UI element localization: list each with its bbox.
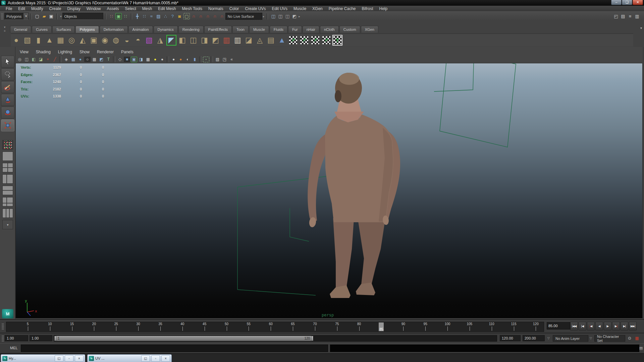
live-surface-field[interactable]: No Live Surface <box>225 13 262 20</box>
select-camera-icon[interactable]: ◎ <box>16 57 23 62</box>
shelf-tab-curves[interactable]: Curves <box>32 26 52 33</box>
poly-pipe-icon[interactable]: ▣ <box>89 35 99 46</box>
default-material-icon[interactable]: ● <box>170 57 177 62</box>
snap-points-icon[interactable]: ∷ <box>141 13 148 19</box>
uv-automatic-mapping-icon[interactable]: ↗ <box>299 35 309 46</box>
current-time-field[interactable] <box>547 322 570 329</box>
shelf-tab-fluids[interactable]: Fluids <box>270 26 287 33</box>
statusline-grip[interactable] <box>1 13 3 20</box>
select-tool[interactable] <box>1 56 14 68</box>
timeslider-grip[interactable] <box>2 323 4 330</box>
help-icon[interactable]: ? <box>169 13 176 19</box>
booleans-icon[interactable]: ◓ <box>133 35 143 46</box>
select-components-icon[interactable]: ∷ <box>122 13 129 19</box>
shelf-tab-dynamics[interactable]: Dynamics <box>154 26 178 33</box>
new-scene-icon[interactable]: ▢ <box>34 13 40 19</box>
panel-menu-renderer[interactable]: Renderer <box>94 50 118 54</box>
go-to-end-button[interactable]: ▶▶| <box>629 322 637 330</box>
textured-lights-icon[interactable]: ▩ <box>145 57 151 62</box>
poly-sphere-icon[interactable]: ● <box>11 35 21 46</box>
combine-icon[interactable]: ◒ <box>122 35 132 46</box>
auto-keyframe-icon[interactable]: ⊙ <box>627 336 633 341</box>
snap-to-projected-center-icon[interactable]: ∩ <box>212 13 218 19</box>
channel-box-icon[interactable]: ▥ <box>634 13 640 19</box>
scale-tool[interactable] <box>1 119 14 131</box>
step-forward-key-button[interactable]: ▶| <box>612 322 620 330</box>
shelf-tab-animation[interactable]: Animation <box>128 26 153 33</box>
shelf-tab-xgen[interactable]: XGen <box>361 26 378 33</box>
statusline-separator[interactable] <box>30 12 32 20</box>
minimized-window-uv-[interactable]: ∿UV ...◱▫× <box>87 354 172 362</box>
separate-icon[interactable]: ◫ <box>189 35 199 46</box>
half-shade-icon[interactable]: ◐ <box>184 57 191 62</box>
tool-settings-icon[interactable]: ≡ <box>627 13 633 19</box>
shelf-tab-custom[interactable]: Custom <box>339 26 360 33</box>
wedge-icon[interactable]: ◬ <box>255 35 265 46</box>
multi-pane-layout-button[interactable] <box>2 208 13 218</box>
anim-layer-arrow-icon[interactable]: ▽ <box>547 337 550 340</box>
menu-mesh[interactable]: Mesh <box>139 6 155 11</box>
range-slider-groove[interactable]: 1 120 <box>54 335 497 342</box>
poly-torus-icon[interactable]: ◎ <box>67 35 77 46</box>
command-line-language-label[interactable]: MEL <box>10 346 18 350</box>
ipr-render-icon[interactable]: ◫ <box>284 13 290 19</box>
range-start-handle[interactable] <box>54 336 56 341</box>
use-default-lighting-icon[interactable]: ● <box>152 57 158 62</box>
shelf-menu-toggle[interactable]: ▾≡ <box>1 25 9 33</box>
shelf-tab-surfaces[interactable]: Surfaces <box>52 26 75 33</box>
shelf-tab-rendering[interactable]: Rendering <box>178 26 204 33</box>
paint-effects-display-icon[interactable]: ▮ <box>192 57 198 62</box>
highlight-selection-icon[interactable]: ▫ <box>203 57 209 62</box>
poly-pyramid-icon[interactable]: ◭ <box>78 35 88 46</box>
isolate-select-icon[interactable]: ▧ <box>214 57 221 62</box>
paint-select-tool[interactable] <box>1 81 14 93</box>
image-plane-icon[interactable]: ◪ <box>38 57 44 62</box>
uv-editor-icon[interactable]: T <box>332 35 342 46</box>
layout-dropdown-button[interactable]: ▾ <box>2 220 13 229</box>
poly-helix-icon[interactable]: ◉ <box>100 35 110 46</box>
cut-uv-edges-icon[interactable]: ◤ <box>166 35 176 46</box>
move-tool[interactable] <box>1 94 14 106</box>
play-backwards-button[interactable]: ◀ <box>595 322 603 330</box>
shelf-tab-general[interactable]: General <box>10 26 31 33</box>
render-current-frame-icon[interactable]: ◫ <box>277 13 283 19</box>
playback-start-field[interactable]: 1.00 <box>30 335 52 341</box>
menu-muscle[interactable]: Muscle <box>290 6 309 11</box>
human-model[interactable] <box>308 73 400 298</box>
menu-bifrost[interactable]: Bifrost <box>359 6 376 11</box>
panel-menu-view[interactable]: View <box>17 50 33 54</box>
object-details-icon[interactable]: ◰ <box>613 13 619 19</box>
quick-layout-grid-button[interactable] <box>2 140 13 149</box>
range-slider-bar[interactable]: 1 120 <box>54 336 313 341</box>
menu-assets[interactable]: Assets <box>104 6 122 11</box>
perspective-viewport[interactable]: y x Verts:112900Edges:236700Faces:124000… <box>15 63 643 318</box>
bridge-icon[interactable]: ◩ <box>211 35 221 46</box>
menu-modify[interactable]: Modify <box>28 6 46 11</box>
menu-help[interactable]: Help <box>376 6 391 11</box>
persp-graph-layout-button[interactable] <box>2 186 13 195</box>
field-chart-icon[interactable]: ○ <box>84 57 91 62</box>
single-pane-layout-button[interactable] <box>2 152 13 161</box>
select-hierarchy-icon[interactable]: ∷ <box>108 13 115 19</box>
playback-end-field[interactable]: 120.00 <box>500 335 521 341</box>
camera-attributes-icon[interactable]: ◫ <box>23 57 30 62</box>
bookmarks-icon[interactable]: ◧ <box>31 57 37 62</box>
shelf-tab-muscle[interactable]: Muscle <box>249 26 269 33</box>
animation-end-field[interactable]: 200.00 <box>523 335 545 341</box>
statusline-separator[interactable] <box>130 12 132 20</box>
film-gate-icon[interactable]: ◈ <box>63 57 69 62</box>
safe-action-icon[interactable]: ▩ <box>91 57 98 62</box>
menu-file[interactable]: File <box>3 6 15 11</box>
menu-pipeline-cache[interactable]: Pipeline Cache <box>326 6 359 11</box>
rangeslider-grip[interactable] <box>2 335 4 342</box>
shelf-tab-fur[interactable]: Fur <box>288 26 302 33</box>
menu-create-uvs[interactable]: Create UVs <box>242 6 269 11</box>
open-scene-icon[interactable]: ▰ <box>41 13 47 19</box>
step-back-frame-button[interactable]: |◀ <box>579 322 586 330</box>
extrude-icon[interactable]: ◧ <box>177 35 187 46</box>
uv-cylindrical-mapping-icon[interactable]: ↗ <box>310 35 320 46</box>
selection-mask-selector[interactable]: Objects <box>62 13 103 20</box>
close-window-button[interactable]: × <box>161 355 170 362</box>
select-objects-icon[interactable]: ▣ <box>115 13 122 19</box>
wireframe-on-shaded-icon[interactable]: ▣ <box>131 57 137 62</box>
